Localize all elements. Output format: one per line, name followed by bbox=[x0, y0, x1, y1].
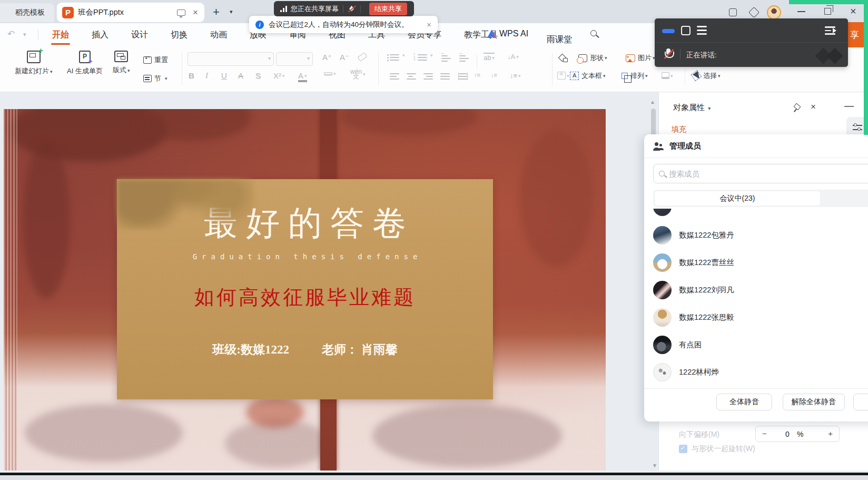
network-indicator-icon[interactable] bbox=[662, 29, 675, 33]
member-row[interactable]: 有点困 bbox=[653, 335, 702, 354]
line-spacing-icon[interactable]: ↕≡▾ bbox=[510, 72, 521, 80]
reset-button[interactable]: 重置 bbox=[143, 55, 168, 65]
offset-value[interactable]: 0 bbox=[785, 430, 790, 438]
microphone-muted-icon[interactable] bbox=[664, 48, 673, 60]
tab-document[interactable]: P 班会PPT.pptx × bbox=[57, 3, 204, 22]
align-right-icon[interactable] bbox=[423, 73, 433, 80]
slide-footer[interactable]: 班级:数媒1222 老师： 肖雨馨 bbox=[117, 341, 493, 358]
member-row[interactable]: 数媒1222曹丝丝 bbox=[653, 253, 734, 272]
panel-expand-icon[interactable] bbox=[825, 26, 836, 35]
tab-close-icon[interactable]: × bbox=[193, 8, 198, 17]
member-row[interactable]: 数媒1222包雅丹 bbox=[653, 226, 734, 244]
workspace-icon[interactable] bbox=[729, 8, 737, 16]
italic-icon[interactable]: I bbox=[205, 71, 208, 80]
new-slide-button[interactable]: 新建幻灯片▾ bbox=[15, 51, 53, 76]
section-button[interactable]: 节▾ bbox=[143, 74, 167, 83]
meeting-list-icon[interactable] bbox=[697, 26, 707, 35]
text-direction-icon[interactable]: ↓A▾ bbox=[507, 53, 519, 61]
arrange-button[interactable]: 排列▾ bbox=[622, 71, 648, 81]
scroll-down-icon[interactable]: ▼ bbox=[652, 463, 657, 468]
end-share-button[interactable]: 结束共享 bbox=[369, 3, 407, 15]
new-tab-button[interactable]: + bbox=[213, 5, 220, 19]
tab-list-chevron-icon[interactable]: ▾ bbox=[230, 8, 233, 15]
undo-icon[interactable]: ↶ bbox=[7, 28, 15, 40]
restore-button[interactable] bbox=[824, 8, 831, 15]
distribute-text-icon[interactable] bbox=[458, 73, 468, 80]
line-spacing-down-icon[interactable]: ↓≡ bbox=[491, 72, 497, 78]
underline-icon[interactable]: U bbox=[221, 71, 227, 80]
shapes-button[interactable]: 形状▾ bbox=[578, 53, 607, 63]
meeting-settings-button[interactable]: 会 bbox=[853, 394, 868, 410]
stepper-plus-button[interactable]: + bbox=[828, 429, 833, 438]
member-row[interactable]: 数媒1222刘羽凡 bbox=[653, 280, 734, 299]
slide-subtitle[interactable]: Graduation thesis defense bbox=[117, 252, 493, 261]
menu-tab[interactable]: 动画 bbox=[209, 24, 228, 46]
smart-diagram-icon[interactable] bbox=[559, 54, 568, 62]
superscript-icon[interactable]: X²▾ bbox=[273, 71, 285, 80]
member-row-partial[interactable] bbox=[653, 209, 672, 216]
decrease-indent-icon[interactable] bbox=[441, 55, 451, 62]
mute-all-button[interactable]: 全体静音 bbox=[716, 394, 772, 410]
pinyin-guide-icon[interactable]: wén文▾ bbox=[350, 70, 366, 79]
clear-format-icon[interactable] bbox=[358, 54, 367, 60]
menu-tab[interactable]: 插入 bbox=[91, 24, 110, 46]
slide-show-placeholder-button[interactable]: ▾ bbox=[662, 72, 673, 79]
strikethrough-icon[interactable]: A bbox=[238, 71, 243, 80]
numbered-list-icon[interactable] bbox=[418, 54, 427, 61]
pin-icon[interactable] bbox=[793, 104, 801, 111]
menu-tab[interactable]: 开始 bbox=[51, 24, 70, 46]
minimize-button[interactable] bbox=[797, 11, 805, 12]
presentation-monitor-icon[interactable] bbox=[177, 9, 185, 16]
text-shadow-icon[interactable]: S bbox=[255, 71, 261, 80]
annotation-pen-disabled-icon[interactable] bbox=[348, 5, 356, 13]
justify-icon[interactable] bbox=[440, 73, 450, 80]
apps-cube-icon[interactable] bbox=[748, 7, 760, 18]
member-row[interactable]: 数媒1222张思毅 bbox=[653, 308, 734, 327]
increase-font-icon[interactable]: A⁺ bbox=[322, 53, 332, 62]
properties-title[interactable]: 对象属性 ▾ bbox=[673, 103, 711, 113]
slide-canvas[interactable]: 最好的答卷 Graduation thesis defense 如何高效征服毕业… bbox=[4, 109, 606, 471]
bold-icon[interactable]: B bbox=[189, 71, 194, 80]
member-search-input[interactable] bbox=[669, 170, 868, 178]
search-icon[interactable] bbox=[590, 30, 597, 36]
menu-tab[interactable]: 设计 bbox=[130, 24, 149, 46]
menu-tab-wps-ai[interactable]: WPS AI bbox=[487, 29, 528, 38]
highlight-color-icon[interactable]: ▾ bbox=[324, 71, 336, 76]
fill-section-label[interactable]: 填充 bbox=[672, 125, 686, 134]
toast-close-icon[interactable]: × bbox=[427, 20, 431, 29]
tab-in-meeting[interactable]: 会议中(23) bbox=[655, 191, 820, 205]
font-size-select[interactable] bbox=[276, 52, 313, 66]
undo-history-chevron-icon[interactable]: ▾ bbox=[23, 31, 26, 38]
ai-generate-page-button[interactable]: AI 生成单页 bbox=[67, 51, 103, 76]
slide-headline[interactable]: 如何高效征服毕业难题 bbox=[117, 284, 493, 311]
member-row[interactable]: 1222林柯烨 bbox=[653, 363, 719, 381]
tab-docer-templates[interactable]: 稻壳模板 bbox=[0, 3, 54, 22]
picture-button[interactable]: 图片▾ bbox=[626, 53, 655, 63]
decrease-font-icon[interactable]: A⁻ bbox=[340, 53, 349, 62]
align-center-icon[interactable] bbox=[407, 73, 416, 80]
layout-button[interactable]: 版式▾ bbox=[113, 51, 130, 75]
slide-title-card[interactable]: 最好的答卷 Graduation thesis defense 如何高效征服毕业… bbox=[117, 179, 493, 399]
line-spacing-up-icon[interactable]: ↑≡ bbox=[474, 72, 480, 78]
font-family-select[interactable] bbox=[188, 52, 274, 66]
stepper-minus-button[interactable]: − bbox=[762, 429, 767, 438]
menu-tab[interactable]: 切换 bbox=[170, 24, 189, 46]
panel-close-icon[interactable]: × bbox=[811, 102, 816, 112]
account-avatar[interactable] bbox=[767, 5, 781, 19]
close-button[interactable]: × bbox=[850, 5, 856, 17]
member-search-box[interactable] bbox=[653, 164, 868, 183]
meeting-window-icon[interactable] bbox=[681, 26, 691, 35]
font-color-icon[interactable]: A▾ bbox=[298, 71, 307, 82]
bullet-list-icon[interactable] bbox=[390, 54, 399, 61]
panel-collapse-icon[interactable] bbox=[844, 106, 854, 107]
unmute-all-button[interactable]: 解除全体静音 bbox=[783, 394, 845, 410]
scroll-up-icon[interactable]: ▲ bbox=[650, 99, 655, 105]
char-border-icon[interactable]: ab▾ bbox=[484, 53, 495, 62]
align-left-icon[interactable] bbox=[390, 73, 399, 80]
members-list[interactable]: 数媒1222包雅丹 数媒1222曹丝丝 数媒1222刘羽凡 数媒1222张思毅 … bbox=[653, 209, 868, 388]
increase-indent-icon[interactable] bbox=[459, 55, 469, 62]
slide-placeholder-button[interactable]: ▾ bbox=[557, 72, 569, 80]
textbox-button[interactable]: 文本框▾ bbox=[570, 71, 606, 81]
select-button[interactable]: 选择▾ bbox=[694, 71, 721, 81]
checked-checkbox[interactable] bbox=[679, 445, 687, 453]
